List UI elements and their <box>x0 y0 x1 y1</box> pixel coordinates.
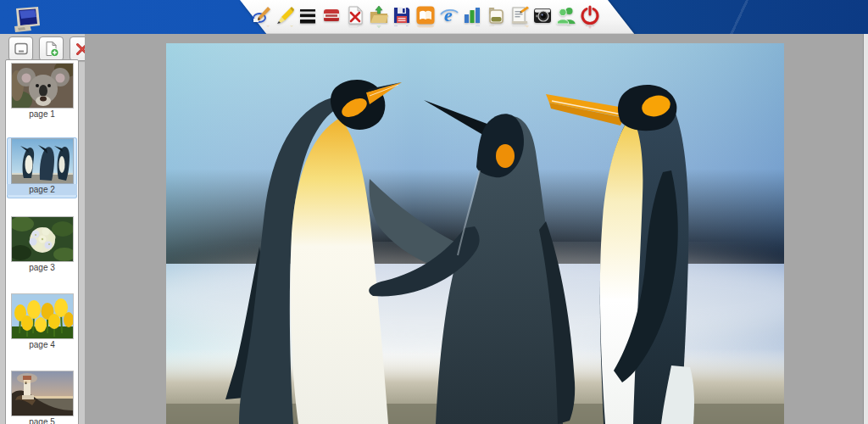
flower-thumbnail <box>12 217 73 261</box>
line-width-icon[interactable] <box>298 5 318 25</box>
page-label: page 3 <box>7 262 77 273</box>
whiteboard-canvas[interactable] <box>85 34 863 424</box>
power-icon[interactable] <box>580 5 600 25</box>
page-thumbnail-2[interactable]: page 2 <box>7 137 77 198</box>
camera-icon[interactable] <box>532 5 553 25</box>
notes-icon[interactable] <box>509 5 530 25</box>
page-label: page 1 <box>7 109 77 120</box>
chart-icon[interactable] <box>462 5 482 25</box>
page-thumbnail-4[interactable]: page 4 <box>7 293 77 354</box>
open-folder-icon[interactable] <box>369 5 389 25</box>
svg-text:e: e <box>444 5 453 25</box>
sidebar-buttons <box>8 36 94 61</box>
penguins-thumbnail <box>12 139 73 183</box>
my-computer-icon[interactable] <box>13 7 45 32</box>
lighthouse-thumbnail <box>12 371 73 416</box>
clear-page-icon[interactable] <box>345 5 365 25</box>
save-icon[interactable] <box>392 5 412 25</box>
users-icon[interactable] <box>556 5 576 25</box>
board-button[interactable] <box>8 36 33 61</box>
pages-sidebar: page 1 <box>0 34 85 424</box>
cup-icon[interactable] <box>486 5 506 25</box>
eraser-icon[interactable] <box>321 5 342 25</box>
page-thumbnail-3[interactable]: page 3 <box>7 215 77 276</box>
page-thumbnail-5[interactable]: page 5 <box>7 370 77 424</box>
tulips-thumbnail <box>12 294 73 338</box>
page-label: page 5 <box>7 416 77 424</box>
add-page-button[interactable] <box>39 36 64 61</box>
browser-icon[interactable]: e <box>439 5 459 25</box>
page-thumbnail-1[interactable]: page 1 <box>7 62 77 123</box>
page-label: page 4 <box>7 339 77 350</box>
main-image-penguins[interactable] <box>166 43 784 424</box>
toolbar-icons: e <box>251 4 600 26</box>
page-label: page 2 <box>7 184 77 195</box>
koala-thumbnail <box>12 64 73 108</box>
pages-panel: page 1 <box>5 59 79 424</box>
pen-icon[interactable] <box>251 5 271 25</box>
window-right-edge <box>863 34 868 424</box>
highlighter-icon[interactable] <box>275 5 295 25</box>
book-icon[interactable] <box>415 5 436 25</box>
